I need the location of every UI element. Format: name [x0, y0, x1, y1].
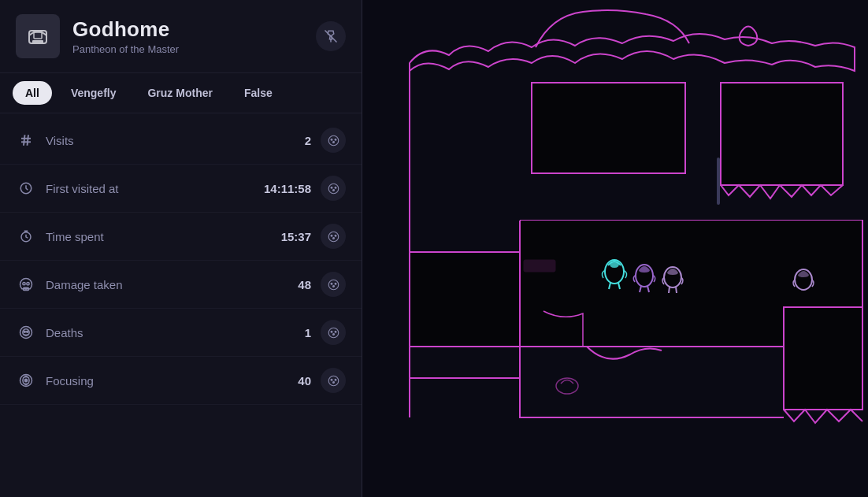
svg-rect-50: [721, 83, 843, 185]
svg-line-7: [28, 135, 29, 146]
svg-line-6: [24, 135, 25, 146]
svg-point-34: [20, 327, 32, 339]
header-title: Godhome: [72, 17, 303, 42]
svg-point-23: [332, 237, 334, 239]
tab-false[interactable]: False: [232, 81, 285, 105]
visits-value: 2: [264, 134, 311, 147]
visits-label: Visits: [46, 134, 254, 147]
first-visited-value: 14:11:58: [264, 182, 311, 195]
header-text: Godhome Pantheon of the Master: [72, 17, 303, 55]
svg-point-14: [331, 187, 332, 188]
svg-point-9: [331, 139, 332, 140]
svg-point-20: [328, 232, 339, 242]
svg-rect-1: [32, 40, 43, 43]
tab-gruz-mother[interactable]: Gruz Mother: [135, 81, 224, 105]
svg-point-33: [332, 285, 334, 287]
visits-palette-btn[interactable]: [321, 128, 346, 153]
deaths-palette-btn[interactable]: [321, 320, 346, 345]
svg-point-29: [27, 283, 29, 285]
focusing-palette-btn[interactable]: [321, 368, 346, 393]
map-panel: [362, 0, 868, 497]
hash-icon: [16, 130, 36, 150]
deaths-value: 1: [264, 326, 311, 339]
stat-row-time-spent: Time spent 15:37: [0, 213, 362, 261]
stat-row-deaths: Deaths 1: [0, 309, 362, 357]
header-subtitle: Pantheon of the Master: [72, 43, 303, 55]
svg-point-39: [331, 331, 332, 332]
svg-line-61: [669, 287, 670, 293]
svg-point-21: [331, 235, 332, 236]
damage-taken-label: Damage taken: [46, 278, 254, 291]
svg-point-37: [27, 331, 28, 332]
left-panel: Godhome Pantheon of the Master All Venge…: [0, 0, 362, 497]
tabs-bar: All Vengefly Gruz Mother False: [0, 73, 362, 113]
time-spent-value: 15:37: [264, 230, 311, 243]
svg-point-10: [335, 139, 336, 140]
svg-point-36: [24, 331, 25, 332]
map-svg: [362, 0, 868, 497]
death-icon: [16, 322, 36, 343]
svg-point-30: [328, 280, 339, 290]
first-visited-label: First visited at: [46, 182, 254, 195]
stats-list: Visits 2 First visited at 14:11:58: [0, 113, 362, 497]
focus-icon: [16, 370, 36, 391]
first-visited-palette-btn[interactable]: [321, 176, 346, 201]
svg-point-41: [332, 333, 334, 335]
stat-row-damage-taken: Damage taken 48: [0, 261, 362, 309]
svg-rect-2: [34, 32, 42, 39]
stat-row-visits: Visits 2: [0, 117, 362, 165]
header: Godhome Pantheon of the Master: [0, 0, 362, 73]
svg-point-40: [335, 331, 336, 332]
damage-taken-value: 48: [264, 278, 311, 291]
focusing-value: 40: [264, 374, 311, 388]
svg-rect-49: [532, 83, 685, 173]
svg-point-11: [332, 141, 334, 143]
pin-button[interactable]: [316, 21, 346, 51]
svg-point-15: [335, 187, 336, 188]
svg-rect-65: [717, 158, 720, 205]
svg-point-45: [331, 379, 332, 380]
damage-taken-palette-btn[interactable]: [321, 272, 346, 297]
clock-icon: [16, 178, 36, 198]
svg-rect-52: [784, 307, 862, 410]
svg-line-62: [676, 287, 677, 293]
tab-all[interactable]: All: [13, 81, 52, 105]
svg-point-44: [328, 376, 339, 386]
skull-icon: [16, 274, 36, 295]
stat-row-focusing: Focusing 40: [0, 357, 362, 405]
svg-point-28: [23, 283, 25, 285]
tab-vengefly[interactable]: Vengefly: [58, 81, 129, 105]
time-spent-palette-btn[interactable]: [321, 224, 346, 249]
time-spent-label: Time spent: [46, 230, 254, 243]
svg-point-22: [335, 235, 336, 236]
deaths-label: Deaths: [46, 326, 254, 339]
svg-point-32: [335, 283, 336, 284]
svg-point-43: [24, 379, 27, 381]
svg-point-13: [328, 184, 339, 194]
svg-point-31: [331, 283, 332, 284]
timer-icon: [16, 226, 36, 247]
svg-point-16: [332, 189, 334, 191]
svg-point-8: [328, 135, 339, 146]
svg-point-47: [332, 381, 334, 383]
stat-row-first-visited: First visited at 14:11:58: [0, 165, 362, 213]
svg-point-38: [328, 328, 339, 338]
svg-rect-53: [524, 260, 555, 272]
game-icon: [16, 14, 60, 58]
svg-point-46: [335, 379, 336, 380]
focusing-label: Focusing: [46, 374, 254, 388]
